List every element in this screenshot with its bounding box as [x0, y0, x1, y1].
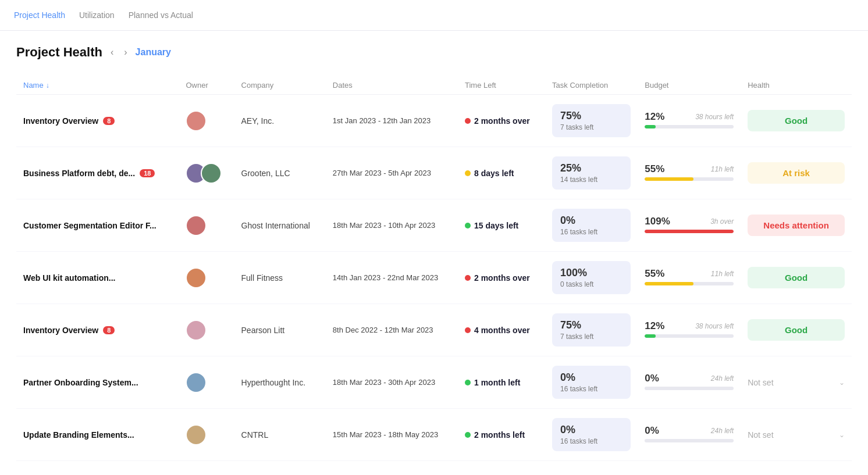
time-left-cell: 4 months over — [458, 304, 545, 356]
health-cell: Not set⌄ — [741, 409, 852, 461]
time-left-cell: 2 months over — [458, 95, 545, 147]
project-name: Business Platform debt, de... — [23, 169, 135, 178]
company-cell: Hyperthought Inc. — [234, 356, 326, 409]
task-pct: 0% — [560, 424, 622, 436]
budget-cell: 0%24h left — [638, 356, 741, 409]
budget-hours: 11h left — [711, 270, 734, 278]
budget-hours: 24h left — [711, 374, 734, 383]
health-label: Not set — [748, 430, 773, 440]
task-pct: 100% — [560, 267, 622, 279]
budget-cell: 12%38 hours left — [638, 304, 741, 356]
health-cell: Needs attention — [741, 199, 852, 252]
company-cell: CNTRL — [234, 409, 326, 461]
table-row: Business Platform debt, de...18Grooten, … — [16, 147, 852, 199]
chevron-down-icon[interactable]: ⌄ — [839, 378, 845, 387]
project-name-cell[interactable]: Web UI kit automation... — [16, 252, 179, 304]
page-wrapper: Project Health‹›JanuaryName↓OwnerCompany… — [0, 31, 868, 475]
project-name-cell[interactable]: Inventory Overview8 — [16, 95, 179, 147]
avatar — [186, 424, 207, 445]
table-row: Partner Onboarding System...Hyperthought… — [16, 356, 852, 409]
project-name-cell[interactable]: Business Platform debt, de...18 — [16, 147, 179, 199]
task-completion-cell: 0%16 tasks left — [545, 199, 638, 252]
budget-hours: 24h left — [711, 427, 734, 435]
owner-cell — [179, 304, 234, 356]
project-name-cell[interactable]: Customer Segmentation Editor F... — [16, 199, 179, 252]
time-left-text: 4 months over — [474, 326, 530, 335]
col-header-task-completion: Task Completion — [545, 76, 638, 95]
task-sub: 14 tasks left — [560, 176, 622, 184]
time-left-cell: 15 days left — [458, 199, 545, 252]
table-row: Inventory Overview8Pearson Litt8th Dec 2… — [16, 304, 852, 356]
task-pct: 75% — [560, 319, 622, 331]
next-month-button[interactable]: › — [122, 46, 129, 59]
col-header-health: Health — [741, 76, 852, 95]
budget-cell: 109%3h over — [638, 199, 741, 252]
time-left-text: 2 months over — [474, 273, 530, 283]
avatar — [186, 372, 207, 393]
budget-hours: 38 hours left — [695, 322, 734, 330]
budget-cell: 55%11h left — [638, 252, 741, 304]
task-sub: 0 tasks left — [560, 280, 622, 288]
page-title: Project Health — [16, 45, 102, 60]
dates-cell: 8th Dec 2022 - 12th Mar 2023 — [326, 304, 458, 356]
time-left-cell: 2 months over — [458, 252, 545, 304]
col-header-budget: Budget — [638, 76, 741, 95]
dates-cell: 14th Jan 2023 - 22nd Mar 2023 — [326, 252, 458, 304]
time-dot-yellow — [465, 170, 471, 176]
owner-cell — [179, 147, 234, 199]
budget-pct: 55% — [645, 163, 664, 175]
budget-bar-fill — [645, 282, 693, 285]
budget-pct: 12% — [645, 320, 664, 332]
owner-cell — [179, 95, 234, 147]
health-badge: Good — [748, 110, 845, 131]
table-row: Inventory Overview8AEY, Inc.1st Jan 2023… — [16, 95, 852, 147]
project-name-cell[interactable]: Update Branding Elements... — [16, 409, 179, 461]
time-dot-green — [465, 432, 471, 438]
budget-bar-fill — [645, 230, 734, 233]
task-sub: 7 tasks left — [560, 123, 622, 131]
task-sub: 16 tasks left — [560, 228, 622, 236]
time-left-text: 15 days left — [474, 221, 518, 230]
task-pct: 75% — [560, 110, 622, 122]
dates-cell: 15th Mar 2023 - 18th May 2023 — [326, 409, 458, 461]
prev-month-button[interactable]: ‹ — [108, 46, 116, 59]
task-sub: 16 tasks left — [560, 437, 622, 445]
time-dot-green — [465, 380, 471, 385]
table-row: Customer Segmentation Editor F...Ghost I… — [16, 199, 852, 252]
time-dot-red — [465, 118, 471, 124]
owner-cell — [179, 409, 234, 461]
owner-cell — [179, 252, 234, 304]
col-header-name[interactable]: Name↓ — [16, 76, 179, 95]
chevron-down-icon[interactable]: ⌄ — [839, 431, 845, 439]
project-name: Inventory Overview — [23, 326, 98, 335]
health-cell: Not set⌄ — [741, 356, 852, 409]
nav-tab-planned-vs-actual[interactable]: Planned vs Actual — [129, 10, 193, 20]
time-left-text: 1 month left — [474, 378, 520, 387]
task-pct: 0% — [560, 372, 622, 384]
time-dot-red — [465, 327, 471, 333]
dates-cell: 27th Mar 2023 - 5th Apr 2023 — [326, 147, 458, 199]
dates-cell: 18th Mar 2023 - 10th Apr 2023 — [326, 199, 458, 252]
budget-bar-fill — [645, 177, 693, 181]
budget-pct: 12% — [645, 111, 664, 123]
time-left-cell: 8 days left — [458, 147, 545, 199]
avatar — [186, 267, 207, 288]
dates-cell: 18th Mar 2023 - 30th Apr 2023 — [326, 356, 458, 409]
health-badge: Good — [748, 319, 845, 341]
top-nav: Project HealthUtilizationPlanned vs Actu… — [0, 0, 868, 31]
project-name: Customer Segmentation Editor F... — [23, 221, 156, 230]
nav-tab-utilization[interactable]: Utilization — [79, 10, 115, 20]
health-badge: At risk — [748, 162, 845, 184]
nav-tab-project-health[interactable]: Project Health — [14, 10, 65, 20]
budget-cell: 55%11h left — [638, 147, 741, 199]
dates-cell: 1st Jan 2023 - 12th Jan 2023 — [326, 95, 458, 147]
col-header-company: Company — [234, 76, 326, 95]
budget-bar-fill — [645, 334, 655, 338]
health-label: Not set — [748, 378, 773, 387]
company-cell: Full Fitness — [234, 252, 326, 304]
project-name-cell[interactable]: Partner Onboarding System... — [16, 356, 179, 409]
col-header-time-left: Time Left — [458, 76, 545, 95]
budget-pct: 55% — [645, 268, 664, 280]
project-name-cell[interactable]: Inventory Overview8 — [16, 304, 179, 356]
task-completion-cell: 75%7 tasks left — [545, 95, 638, 147]
